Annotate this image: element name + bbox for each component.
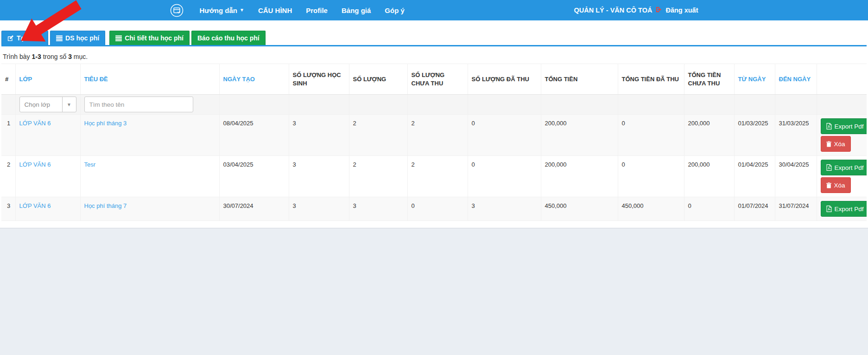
navbar-right: QUẢN LÝ - VĂN CÔ TOÁ Đăng xuất [574,6,698,15]
tab-label: Tạo mới [17,34,42,42]
tab-ds-hoc-phi[interactable]: DS học phí [50,31,105,45]
list-icon [115,35,122,41]
window-icon [170,4,184,17]
title-search-input[interactable] [84,97,193,112]
export-pdf-button[interactable]: Export Pdf [821,160,867,175]
col-header-so-luong-da-thu: SỐ LƯỢNG ĐÃ THU [468,64,541,95]
filter-cell-empty [541,95,618,115]
cell-ngay-tao: 08/04/2025 [219,115,289,156]
cell-index: 2 [1,156,15,197]
trash-icon [826,182,831,188]
class-link[interactable]: LỚP VĂN 6 [19,161,51,168]
top-navbar: Hướng dẫn▼ CẤU HÌNH Profile Bảng giá Góp… [0,0,868,20]
cell-den-ngay: 31/07/2024 [775,197,817,221]
result-summary: Trình bày 1-3 trong số 3 mục. [3,53,867,60]
summary-total: 3 [68,53,72,60]
header-row: # LỚP TIÊU ĐỀ NGÀY TẠO SỐ LƯỢNG HỌC SINH… [1,64,867,95]
pdf-file-icon [826,206,832,212]
filter-cell-tieu-de [80,95,219,115]
title-link[interactable]: Học phí tháng 3 [84,120,127,127]
filter-cell-empty [684,95,734,115]
col-header-lop[interactable]: LỚP [15,64,80,95]
class-select[interactable]: Chọn lớp ▼ [19,97,76,112]
col-header-so-luong-hoc-sinh: SỐ LƯỢNG HỌC SINH [289,64,349,95]
tab-label: Báo cáo thu học phí [197,34,260,42]
col-header-tu-ngay[interactable]: TỪ NGÀY [734,64,775,95]
class-link[interactable]: LỚP VĂN 6 [19,202,51,209]
cell-tong-tien: 200,000 [541,115,618,156]
logout-button[interactable]: Đăng xuất [665,6,698,14]
delete-label: Xóa [834,141,845,148]
filter-cell-empty [734,95,775,115]
col-header-den-ngay[interactable]: ĐẾN NGÀY [775,64,817,95]
nav-item-gop-y[interactable]: Góp ý [378,0,412,20]
cell-tong-tien-chua-thu: 200,000 [684,156,734,197]
pdf-file-icon [826,123,832,129]
filter-cell-empty [817,95,867,115]
col-header-actions [817,64,867,95]
summary-text: mục. [72,53,88,60]
tab-chi-tiet-thu-hoc-phi[interactable]: Chi tiết thu học phí [109,31,190,45]
filter-row: Chọn lớp ▼ [1,95,867,115]
navbar-container: Hướng dẫn▼ CẤU HÌNH Profile Bảng giá Góp… [170,0,698,20]
cell-index: 1 [1,115,15,156]
cell-tong-tien-chua-thu: 0 [684,197,734,221]
summary-text: Trình bày [3,53,32,60]
tab-bao-cao-thu-hoc-phi[interactable]: Báo cáo thu học phí [191,31,266,45]
export-pdf-button[interactable]: Export Pdf [821,201,867,217]
nav-item-profile[interactable]: Profile [299,0,335,20]
nav-item-huong-dan[interactable]: Hướng dẫn▼ [193,0,251,20]
tab-bar: Tạo mới DS học phí Chi tiết thu học phí … [1,31,867,46]
nav-item-bang-gia[interactable]: Bảng giá [335,0,378,20]
title-link[interactable]: Tesr [84,161,96,168]
logout-icon [655,6,662,15]
tab-tao-moi[interactable]: Tạo mới [1,31,48,45]
nav-item-label: Góp ý [385,6,405,14]
col-header-ngay-tao[interactable]: NGÀY TẠO [219,64,289,95]
brand-window-icon[interactable] [170,4,184,17]
col-header-tieu-de[interactable]: TIÊU ĐỀ [80,64,219,95]
col-header-tong-tien-da-thu: TỔNG TIỀN ĐÃ THU [618,64,684,95]
export-pdf-label: Export Pdf [835,123,864,130]
filter-cell-empty [219,95,289,115]
cell-so-luong-hoc-sinh: 3 [289,115,349,156]
cell-so-luong: 2 [349,115,407,156]
user-label: QUẢN LÝ - VĂN CÔ TOÁ [574,6,653,14]
cell-index: 3 [1,197,15,221]
col-header-tong-tien-chua-thu: TỔNG TIỀN CHƯA THU [684,64,734,95]
logout-label: Đăng xuất [665,6,698,14]
cell-so-luong: 3 [349,197,407,221]
caret-down-icon: ▼ [240,8,244,13]
row-actions: Export Pdf Xóa [821,118,863,152]
nav-item-label: Profile [306,6,328,14]
class-link[interactable]: LỚP VĂN 6 [19,120,51,127]
filter-cell-lop: Chọn lớp ▼ [15,95,80,115]
cell-so-luong-hoc-sinh: 3 [289,197,349,221]
cell-tu-ngay: 01/07/2024 [734,197,775,221]
cell-tong-tien: 450,000 [541,197,618,221]
cell-tong-tien: 200,000 [541,156,618,197]
export-pdf-button[interactable]: Export Pdf [821,118,867,134]
cell-so-luong-da-thu: 0 [468,115,541,156]
export-pdf-label: Export Pdf [835,206,864,213]
cell-so-luong-chua-thu: 0 [407,197,468,221]
cell-ngay-tao: 03/04/2025 [219,156,289,197]
filter-cell-empty [468,95,541,115]
cell-tong-tien-chua-thu: 200,000 [684,115,734,156]
cell-den-ngay: 30/04/2025 [775,156,817,197]
cell-den-ngay: 31/03/2025 [775,115,817,156]
nav-item-cau-hinh[interactable]: CẤU HÌNH [251,0,299,20]
title-link[interactable]: Học phí tháng 7 [84,202,127,209]
nav-item-label: Bảng giá [342,6,371,14]
pdf-file-icon [826,164,832,171]
table-row: 1 LỚP VĂN 6 Học phí tháng 3 08/04/2025 3… [1,115,867,156]
cell-tong-tien-da-thu: 450,000 [618,197,684,221]
nav-item-label: Hướng dẫn [200,6,238,14]
row-actions: Export Pdf Xóa [821,160,863,193]
select-caret-icon: ▼ [62,97,76,112]
cell-tu-ngay: 01/04/2025 [734,156,775,197]
nav-item-label: CẤU HÌNH [258,6,292,14]
delete-button[interactable]: Xóa [821,136,851,152]
delete-button[interactable]: Xóa [821,177,851,193]
table-row: 2 LỚP VĂN 6 Tesr 03/04/2025 3 2 2 0 200,… [1,156,867,197]
